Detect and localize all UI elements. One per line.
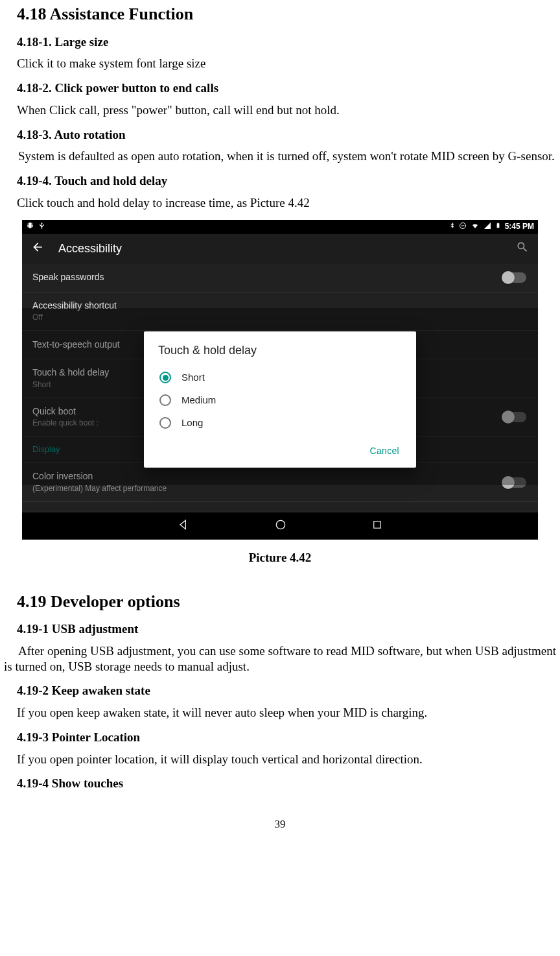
back-icon[interactable] — [31, 241, 44, 257]
dialog-title: Touch & hold delay — [158, 343, 402, 358]
sub-heading-418-1: 4.18-1. Large size — [4, 34, 556, 50]
body-418-1: Click it to make system font large size — [4, 56, 556, 71]
battery-icon — [495, 221, 501, 232]
debug-icon — [26, 221, 34, 232]
body-419-2: If you open keep awaken state, it will n… — [4, 705, 556, 721]
nav-bar — [22, 512, 538, 540]
sub-heading-419-4: 4.19-4 Show touches — [4, 776, 556, 791]
sub-heading-418-3: 4.18-3. Auto rotation — [4, 127, 556, 143]
usb-icon — [38, 221, 45, 232]
status-time: 5:45 PM — [505, 222, 534, 232]
row-sublabel: (Experimental) May affect performance — [32, 484, 528, 494]
row-speak-passwords[interactable]: Speak passwords — [22, 264, 538, 293]
option-label: Long — [181, 417, 203, 429]
signal-icon — [484, 222, 491, 232]
svg-rect-0 — [29, 222, 31, 228]
toggle-off[interactable] — [503, 272, 526, 283]
option-label: Short — [181, 372, 205, 384]
sub-heading-419-1: 4.19-1 USB adjustment — [4, 621, 556, 637]
search-icon[interactable] — [516, 241, 529, 257]
sub-heading-419-3: 4.19-3 Pointer Location — [4, 730, 556, 745]
row-label: Speak passwords — [32, 272, 528, 283]
body-418-2: When Click call, press "power" button, c… — [4, 102, 556, 118]
status-bar: 5:45 PM — [22, 220, 538, 234]
page-number: 39 — [4, 817, 556, 831]
row-sublabel: Off — [32, 313, 528, 322]
row-label: Accessibility shortcut — [32, 300, 528, 312]
dialog-option-short[interactable]: Short — [158, 366, 402, 389]
do-not-disturb-icon — [459, 222, 467, 232]
touch-hold-dialog: Touch & hold delay Short Medium Long Can… — [144, 331, 416, 468]
option-label: Medium — [181, 394, 216, 407]
section-heading-418: 4.18 Assistance Function — [4, 4, 556, 25]
body-418-3: System is defaulted as open auto rotatio… — [4, 149, 556, 164]
radio-checked-icon — [159, 372, 171, 383]
bluetooth-icon — [449, 221, 455, 232]
section-heading-419: 4.19 Developer options — [4, 592, 556, 613]
row-accessibility-shortcut[interactable]: Accessibility shortcut Off — [22, 293, 538, 331]
row-color-inversion[interactable]: Color inversion (Experimental) May affec… — [22, 463, 538, 502]
app-bar: Accessibility — [22, 234, 538, 264]
body-419-4a: Click touch and hold delay to increase t… — [4, 195, 556, 211]
svg-rect-8 — [461, 225, 464, 226]
appbar-title: Accessibility — [58, 241, 502, 256]
dialog-option-medium[interactable]: Medium — [158, 389, 402, 412]
radio-unchecked-icon — [159, 417, 171, 429]
cancel-button[interactable]: Cancel — [368, 440, 402, 462]
svg-rect-10 — [374, 521, 381, 528]
nav-home-icon[interactable] — [274, 518, 287, 534]
sub-heading-418-2: 4.18-2. Click power button to end calls — [4, 80, 556, 96]
radio-unchecked-icon — [159, 394, 171, 406]
nav-recent-icon[interactable] — [371, 519, 383, 534]
nav-back-icon[interactable] — [177, 518, 190, 534]
svg-point-9 — [276, 520, 285, 529]
body-419-1: After opening USB adjustment, you can us… — [4, 643, 556, 675]
wifi-icon — [471, 222, 480, 232]
row-cutoff — [22, 502, 538, 512]
row-label: Color inversion — [32, 471, 528, 483]
figure-caption: Picture 4.42 — [4, 550, 556, 566]
settings-list: Speak passwords Accessibility shortcut O… — [22, 264, 538, 512]
dialog-option-long[interactable]: Long — [158, 412, 402, 435]
body-419-3: If you open pointer location, it will di… — [4, 752, 556, 767]
sub-heading-419-4a: 4.19-4. Touch and hold delay — [4, 173, 556, 189]
sub-heading-419-2: 4.19-2 Keep awaken state — [4, 683, 556, 699]
screenshot-container: 5:45 PM Accessibility Speak passwords Ac… — [22, 220, 538, 540]
toggle-off[interactable] — [503, 477, 526, 488]
toggle-off[interactable] — [503, 412, 526, 422]
